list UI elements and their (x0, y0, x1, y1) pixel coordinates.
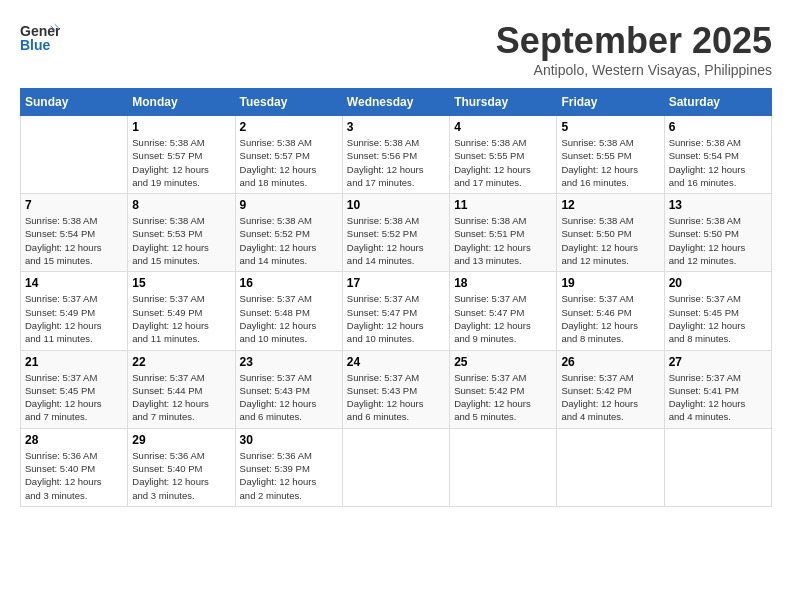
calendar-cell (21, 116, 128, 194)
day-info: Sunrise: 5:37 AM Sunset: 5:47 PM Dayligh… (454, 292, 552, 345)
day-info: Sunrise: 5:37 AM Sunset: 5:42 PM Dayligh… (454, 371, 552, 424)
day-number: 12 (561, 198, 659, 212)
day-info: Sunrise: 5:37 AM Sunset: 5:49 PM Dayligh… (132, 292, 230, 345)
calendar-cell: 4Sunrise: 5:38 AM Sunset: 5:55 PM Daylig… (450, 116, 557, 194)
calendar-cell: 25Sunrise: 5:37 AM Sunset: 5:42 PM Dayli… (450, 350, 557, 428)
calendar-cell: 9Sunrise: 5:38 AM Sunset: 5:52 PM Daylig… (235, 194, 342, 272)
calendar-cell: 27Sunrise: 5:37 AM Sunset: 5:41 PM Dayli… (664, 350, 771, 428)
calendar-cell: 24Sunrise: 5:37 AM Sunset: 5:43 PM Dayli… (342, 350, 449, 428)
calendar-week-5: 28Sunrise: 5:36 AM Sunset: 5:40 PM Dayli… (21, 428, 772, 506)
day-number: 27 (669, 355, 767, 369)
day-number: 5 (561, 120, 659, 134)
day-number: 14 (25, 276, 123, 290)
day-info: Sunrise: 5:38 AM Sunset: 5:55 PM Dayligh… (454, 136, 552, 189)
month-title: September 2025 (496, 20, 772, 62)
day-info: Sunrise: 5:36 AM Sunset: 5:40 PM Dayligh… (25, 449, 123, 502)
calendar-cell: 12Sunrise: 5:38 AM Sunset: 5:50 PM Dayli… (557, 194, 664, 272)
calendar-week-4: 21Sunrise: 5:37 AM Sunset: 5:45 PM Dayli… (21, 350, 772, 428)
day-number: 26 (561, 355, 659, 369)
calendar-header-row: Sunday Monday Tuesday Wednesday Thursday… (21, 89, 772, 116)
calendar-cell: 14Sunrise: 5:37 AM Sunset: 5:49 PM Dayli… (21, 272, 128, 350)
day-info: Sunrise: 5:38 AM Sunset: 5:52 PM Dayligh… (347, 214, 445, 267)
calendar-cell: 22Sunrise: 5:37 AM Sunset: 5:44 PM Dayli… (128, 350, 235, 428)
day-number: 8 (132, 198, 230, 212)
day-info: Sunrise: 5:37 AM Sunset: 5:46 PM Dayligh… (561, 292, 659, 345)
calendar-cell: 11Sunrise: 5:38 AM Sunset: 5:51 PM Dayli… (450, 194, 557, 272)
day-info: Sunrise: 5:36 AM Sunset: 5:39 PM Dayligh… (240, 449, 338, 502)
day-number: 29 (132, 433, 230, 447)
day-number: 24 (347, 355, 445, 369)
day-number: 28 (25, 433, 123, 447)
calendar-week-1: 1Sunrise: 5:38 AM Sunset: 5:57 PM Daylig… (21, 116, 772, 194)
calendar-cell: 15Sunrise: 5:37 AM Sunset: 5:49 PM Dayli… (128, 272, 235, 350)
calendar-cell: 17Sunrise: 5:37 AM Sunset: 5:47 PM Dayli… (342, 272, 449, 350)
col-friday: Friday (557, 89, 664, 116)
day-number: 16 (240, 276, 338, 290)
day-number: 23 (240, 355, 338, 369)
logo-icon: General Blue (20, 20, 60, 55)
day-number: 11 (454, 198, 552, 212)
col-wednesday: Wednesday (342, 89, 449, 116)
col-sunday: Sunday (21, 89, 128, 116)
day-number: 20 (669, 276, 767, 290)
day-info: Sunrise: 5:37 AM Sunset: 5:43 PM Dayligh… (347, 371, 445, 424)
calendar-table: Sunday Monday Tuesday Wednesday Thursday… (20, 88, 772, 507)
day-info: Sunrise: 5:38 AM Sunset: 5:57 PM Dayligh… (132, 136, 230, 189)
day-number: 17 (347, 276, 445, 290)
calendar-cell: 21Sunrise: 5:37 AM Sunset: 5:45 PM Dayli… (21, 350, 128, 428)
day-number: 13 (669, 198, 767, 212)
day-number: 4 (454, 120, 552, 134)
calendar-cell: 20Sunrise: 5:37 AM Sunset: 5:45 PM Dayli… (664, 272, 771, 350)
calendar-cell: 23Sunrise: 5:37 AM Sunset: 5:43 PM Dayli… (235, 350, 342, 428)
day-number: 2 (240, 120, 338, 134)
calendar-week-3: 14Sunrise: 5:37 AM Sunset: 5:49 PM Dayli… (21, 272, 772, 350)
calendar-cell: 19Sunrise: 5:37 AM Sunset: 5:46 PM Dayli… (557, 272, 664, 350)
day-number: 25 (454, 355, 552, 369)
location: Antipolo, Western Visayas, Philippines (496, 62, 772, 78)
page-header: General Blue September 2025 Antipolo, We… (20, 20, 772, 78)
svg-text:Blue: Blue (20, 37, 51, 53)
day-number: 21 (25, 355, 123, 369)
calendar-cell (557, 428, 664, 506)
day-number: 18 (454, 276, 552, 290)
calendar-cell: 26Sunrise: 5:37 AM Sunset: 5:42 PM Dayli… (557, 350, 664, 428)
day-number: 10 (347, 198, 445, 212)
col-thursday: Thursday (450, 89, 557, 116)
day-info: Sunrise: 5:37 AM Sunset: 5:49 PM Dayligh… (25, 292, 123, 345)
calendar-cell: 29Sunrise: 5:36 AM Sunset: 5:40 PM Dayli… (128, 428, 235, 506)
day-info: Sunrise: 5:37 AM Sunset: 5:42 PM Dayligh… (561, 371, 659, 424)
calendar-cell: 3Sunrise: 5:38 AM Sunset: 5:56 PM Daylig… (342, 116, 449, 194)
day-info: Sunrise: 5:36 AM Sunset: 5:40 PM Dayligh… (132, 449, 230, 502)
day-info: Sunrise: 5:38 AM Sunset: 5:50 PM Dayligh… (669, 214, 767, 267)
day-number: 6 (669, 120, 767, 134)
day-number: 30 (240, 433, 338, 447)
day-info: Sunrise: 5:37 AM Sunset: 5:41 PM Dayligh… (669, 371, 767, 424)
day-number: 19 (561, 276, 659, 290)
day-info: Sunrise: 5:38 AM Sunset: 5:50 PM Dayligh… (561, 214, 659, 267)
day-number: 15 (132, 276, 230, 290)
day-number: 3 (347, 120, 445, 134)
calendar-cell: 8Sunrise: 5:38 AM Sunset: 5:53 PM Daylig… (128, 194, 235, 272)
calendar-cell: 13Sunrise: 5:38 AM Sunset: 5:50 PM Dayli… (664, 194, 771, 272)
title-block: September 2025 Antipolo, Western Visayas… (496, 20, 772, 78)
logo: General Blue (20, 20, 60, 55)
calendar-cell: 7Sunrise: 5:38 AM Sunset: 5:54 PM Daylig… (21, 194, 128, 272)
day-info: Sunrise: 5:37 AM Sunset: 5:48 PM Dayligh… (240, 292, 338, 345)
day-info: Sunrise: 5:37 AM Sunset: 5:44 PM Dayligh… (132, 371, 230, 424)
calendar-cell: 5Sunrise: 5:38 AM Sunset: 5:55 PM Daylig… (557, 116, 664, 194)
calendar-week-2: 7Sunrise: 5:38 AM Sunset: 5:54 PM Daylig… (21, 194, 772, 272)
day-info: Sunrise: 5:38 AM Sunset: 5:55 PM Dayligh… (561, 136, 659, 189)
col-saturday: Saturday (664, 89, 771, 116)
calendar-cell: 30Sunrise: 5:36 AM Sunset: 5:39 PM Dayli… (235, 428, 342, 506)
day-info: Sunrise: 5:38 AM Sunset: 5:57 PM Dayligh… (240, 136, 338, 189)
col-monday: Monday (128, 89, 235, 116)
calendar-cell: 10Sunrise: 5:38 AM Sunset: 5:52 PM Dayli… (342, 194, 449, 272)
day-info: Sunrise: 5:38 AM Sunset: 5:54 PM Dayligh… (669, 136, 767, 189)
day-info: Sunrise: 5:38 AM Sunset: 5:54 PM Dayligh… (25, 214, 123, 267)
day-info: Sunrise: 5:37 AM Sunset: 5:43 PM Dayligh… (240, 371, 338, 424)
calendar-cell: 28Sunrise: 5:36 AM Sunset: 5:40 PM Dayli… (21, 428, 128, 506)
calendar-cell: 18Sunrise: 5:37 AM Sunset: 5:47 PM Dayli… (450, 272, 557, 350)
calendar-cell: 6Sunrise: 5:38 AM Sunset: 5:54 PM Daylig… (664, 116, 771, 194)
calendar-cell (664, 428, 771, 506)
day-number: 9 (240, 198, 338, 212)
